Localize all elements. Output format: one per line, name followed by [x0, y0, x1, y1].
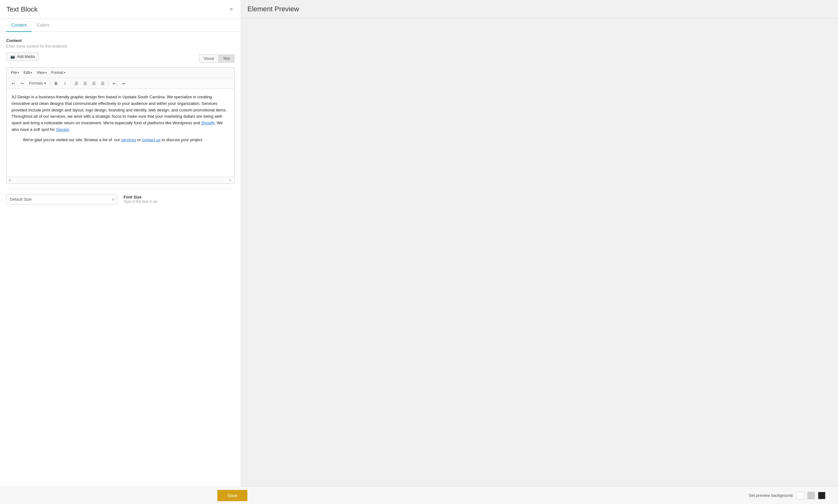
add-media-button[interactable]: 📷 Add Media: [6, 52, 39, 61]
add-media-icon: 📷: [10, 54, 15, 59]
contact-link[interactable]: contact us: [142, 138, 160, 142]
font-size-select[interactable]: Default Size: [6, 194, 118, 204]
main-bottom: Save Set preview background:: [6, 490, 832, 501]
align-right-button[interactable]: ☰: [90, 79, 98, 87]
editor-blockquote: We're glad you've visited our site. Brow…: [23, 137, 229, 143]
menu-file[interactable]: File ▾: [9, 70, 21, 76]
undo-button[interactable]: ↩: [9, 79, 17, 87]
preview-bg-label: Set preview background:: [749, 493, 794, 498]
editor-toolbar: ↩ ↪ Formats ▾ B I ☰ ☰ ☰ ☰: [6, 78, 234, 89]
formats-dropdown[interactable]: Formats ▾: [26, 80, 49, 86]
font-size-sublabel: Size of the text in px: [124, 199, 235, 204]
align-center-button[interactable]: ☰: [81, 79, 89, 87]
right-panel: Element Preview: [241, 0, 838, 486]
tab-colors[interactable]: Colors: [32, 19, 54, 32]
panel-title: Text Block: [6, 5, 38, 14]
tab-content[interactable]: Content: [6, 19, 32, 32]
left-panel: Text Block ✕ Content Colors Content Ente…: [0, 0, 241, 486]
bottom-bar: Save Set preview background:: [0, 486, 838, 504]
right-panel-title: Element Preview: [247, 5, 299, 13]
file-arrow-icon: ▾: [18, 71, 19, 74]
edit-arrow-icon: ▾: [31, 71, 32, 74]
text-button[interactable]: Text: [218, 54, 235, 62]
left-bottom: Save: [6, 490, 247, 501]
content-sublabel: Enter some content for this textblock: [6, 44, 235, 49]
bg-swatch-white[interactable]: [797, 492, 804, 499]
editor-paragraph-1: AJ Design is a business-friendly graphic…: [12, 94, 229, 133]
bold-button[interactable]: B: [52, 79, 60, 87]
content-label: Content: [6, 38, 235, 43]
align-justify-button[interactable]: ☰: [99, 79, 107, 87]
menu-view[interactable]: View ▾: [35, 70, 49, 76]
view-arrow-icon: ▾: [46, 71, 47, 74]
square-link[interactable]: Square: [56, 127, 69, 132]
right-panel-body: [241, 18, 838, 486]
formats-arrow-icon: ▾: [44, 81, 46, 86]
resize-handle-icon: ⤡: [229, 178, 232, 182]
font-size-row: Default Size Font Size Size of the text …: [6, 189, 235, 210]
main-content: Text Block ✕ Content Colors Content Ente…: [0, 0, 838, 486]
toolbar-divider-3: [108, 80, 109, 86]
italic-button[interactable]: I: [61, 79, 69, 87]
bg-swatch-dark[interactable]: [818, 492, 825, 499]
panel-body: Content Enter some content for this text…: [0, 32, 241, 486]
services-link[interactable]: services: [121, 138, 136, 142]
redo-button[interactable]: ↪: [18, 79, 26, 87]
shopify-link[interactable]: Shopify: [201, 121, 214, 125]
visual-button[interactable]: Visual: [199, 54, 218, 62]
toolbar-divider-2: [70, 80, 71, 86]
menu-format[interactable]: Format ▾: [50, 70, 67, 76]
font-size-select-wrap: Default Size: [6, 194, 118, 204]
align-left-button[interactable]: ☰: [72, 79, 81, 87]
editor-status: p ⤡: [6, 177, 234, 183]
editor-container: File ▾ Edit ▾ View ▾ Format: [6, 67, 235, 184]
right-bottom: Set preview background:: [247, 490, 832, 501]
indent-button[interactable]: ⇥: [119, 79, 127, 87]
save-button[interactable]: Save: [217, 490, 247, 501]
app-container: Text Block ✕ Content Colors Content Ente…: [0, 0, 838, 504]
editor-content[interactable]: AJ Design is a business-friendly graphic…: [6, 89, 234, 177]
tabs: Content Colors: [0, 19, 241, 32]
editor-menubar: File ▾ Edit ▾ View ▾ Format: [6, 68, 234, 78]
format-arrow-icon: ▾: [64, 71, 66, 74]
font-size-info: Font Size Size of the text in px: [124, 195, 235, 204]
bg-swatch-light[interactable]: [807, 492, 815, 499]
font-size-select-wrapper: Default Size: [6, 194, 118, 204]
close-button[interactable]: ✕: [228, 5, 235, 14]
right-header: Element Preview: [241, 0, 838, 18]
visual-text-toggle: Visual Text: [199, 54, 235, 62]
panel-header: Text Block ✕: [0, 0, 241, 19]
menu-edit[interactable]: Edit ▾: [22, 70, 34, 76]
outdent-button[interactable]: ⇤: [110, 79, 118, 87]
font-size-label: Font Size: [124, 195, 235, 199]
